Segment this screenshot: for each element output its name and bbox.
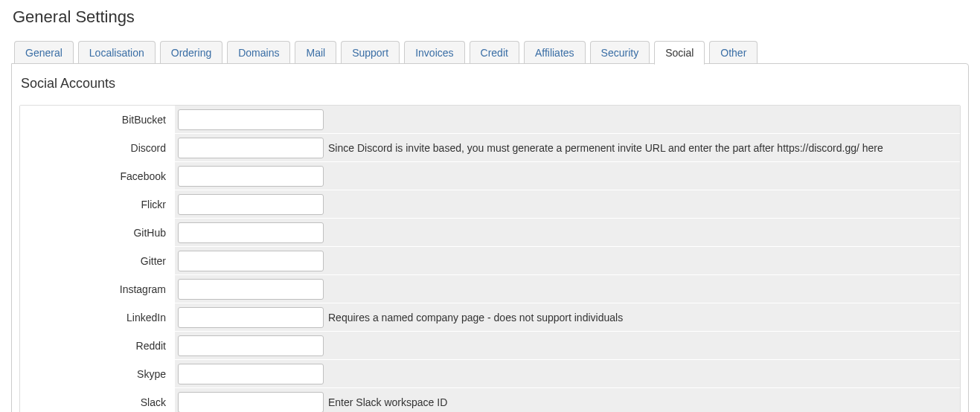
- field-cell-slack: Enter Slack workspace ID: [175, 389, 960, 412]
- tabs-bar: GeneralLocalisationOrderingDomainsMailSu…: [11, 40, 969, 64]
- tab-ordering[interactable]: Ordering: [160, 41, 222, 65]
- field-cell-discord: Since Discord is invite based, you must …: [175, 135, 960, 161]
- field-cell-instagram: [175, 276, 960, 303]
- field-row-github: GitHub: [20, 219, 960, 247]
- field-row-bitbucket: BitBucket: [20, 106, 960, 134]
- social-accounts-form: BitBucketDiscordSince Discord is invite …: [19, 105, 961, 412]
- field-cell-facebook: [175, 163, 960, 190]
- field-label-flickr: Flickr: [20, 190, 175, 218]
- field-label-instagram: Instagram: [20, 275, 175, 303]
- skype-input[interactable]: [178, 364, 324, 384]
- field-cell-skype: [175, 361, 960, 387]
- discord-input[interactable]: [178, 138, 324, 158]
- page-title: General Settings: [11, 7, 969, 27]
- tab-domains[interactable]: Domains: [227, 41, 290, 65]
- field-label-reddit: Reddit: [20, 332, 175, 359]
- tab-credit[interactable]: Credit: [470, 41, 519, 65]
- field-label-skype: Skype: [20, 360, 175, 387]
- tab-social[interactable]: Social: [654, 41, 705, 65]
- field-label-discord: Discord: [20, 134, 175, 161]
- linkedin-input[interactable]: [178, 307, 324, 328]
- tab-general[interactable]: General: [14, 41, 74, 65]
- field-cell-gitter: [175, 248, 960, 274]
- field-label-slack: Slack: [20, 388, 175, 412]
- field-label-bitbucket: BitBucket: [20, 106, 175, 133]
- field-cell-linkedin: Requires a named company page - does not…: [175, 304, 960, 331]
- gitter-input[interactable]: [178, 251, 324, 271]
- tab-support[interactable]: Support: [341, 41, 400, 65]
- field-row-reddit: Reddit: [20, 332, 960, 360]
- tab-panel-social: Social Accounts BitBucketDiscordSince Di…: [11, 63, 969, 412]
- field-cell-github: [175, 219, 960, 246]
- field-label-gitter: Gitter: [20, 247, 175, 274]
- tab-invoices[interactable]: Invoices: [404, 41, 464, 65]
- field-cell-bitbucket: [175, 106, 960, 133]
- field-hint-discord: Since Discord is invite based, you must …: [328, 142, 883, 154]
- field-row-gitter: Gitter: [20, 247, 960, 275]
- slack-input[interactable]: [178, 392, 324, 412]
- field-hint-linkedin: Requires a named company page - does not…: [328, 312, 623, 324]
- tab-other[interactable]: Other: [709, 41, 758, 65]
- field-row-slack: SlackEnter Slack workspace ID: [20, 388, 960, 412]
- field-label-github: GitHub: [20, 219, 175, 246]
- bitbucket-input[interactable]: [178, 109, 324, 130]
- field-row-flickr: Flickr: [20, 190, 960, 219]
- field-label-linkedin: LinkedIn: [20, 303, 175, 331]
- tab-localisation[interactable]: Localisation: [78, 41, 156, 65]
- field-row-instagram: Instagram: [20, 275, 960, 303]
- field-row-linkedin: LinkedInRequires a named company page - …: [20, 303, 960, 332]
- section-title: Social Accounts: [19, 76, 961, 91]
- facebook-input[interactable]: [178, 166, 324, 187]
- tab-security[interactable]: Security: [590, 41, 650, 65]
- reddit-input[interactable]: [178, 335, 324, 356]
- tab-mail[interactable]: Mail: [295, 41, 336, 65]
- github-input[interactable]: [178, 222, 324, 243]
- field-cell-flickr: [175, 191, 960, 218]
- flickr-input[interactable]: [178, 194, 324, 215]
- field-hint-slack: Enter Slack workspace ID: [328, 396, 447, 408]
- instagram-input[interactable]: [178, 279, 324, 300]
- field-label-facebook: Facebook: [20, 162, 175, 190]
- field-row-skype: Skype: [20, 360, 960, 388]
- field-row-facebook: Facebook: [20, 162, 960, 190]
- tab-affiliates[interactable]: Affiliates: [524, 41, 586, 65]
- field-cell-reddit: [175, 332, 960, 359]
- field-row-discord: DiscordSince Discord is invite based, yo…: [20, 134, 960, 162]
